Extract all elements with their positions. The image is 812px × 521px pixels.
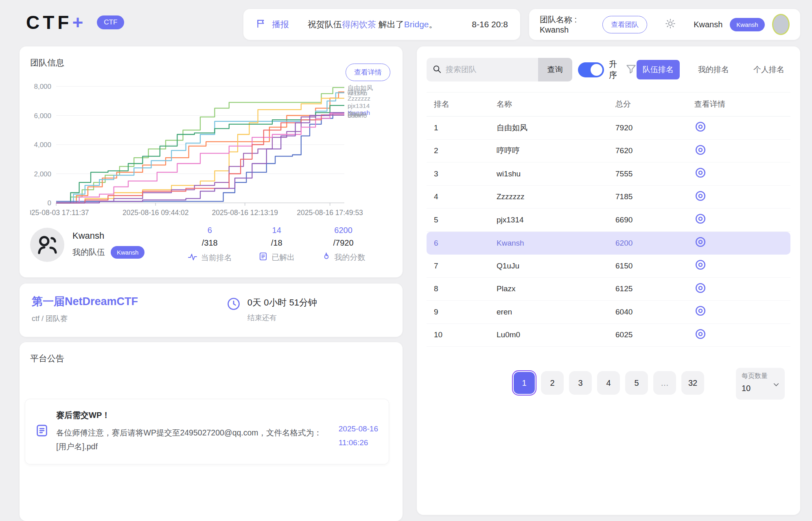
logo-text: CTF xyxy=(26,12,72,33)
team-info-card: 团队信息 查看详情 02,0004,0006,0008,0002025-08-0… xyxy=(20,46,403,277)
page-button-32[interactable]: 32 xyxy=(681,371,704,395)
eye-icon[interactable] xyxy=(694,167,707,179)
event-card: 第一届NetDreamCTF ctf / 团队赛 0天 0小时 51分钟 结束还… xyxy=(20,284,403,337)
tab-队伍排名[interactable]: 队伍排名 xyxy=(637,60,680,79)
cell-name: eren xyxy=(497,308,615,317)
cell-score: 7185 xyxy=(615,192,694,201)
pagination-row: 12345…32 每页数量 10 xyxy=(427,368,790,400)
eye-icon[interactable] xyxy=(694,328,707,340)
table-row[interactable]: 1自由如风7920 xyxy=(427,117,790,140)
page-button-5[interactable]: 5 xyxy=(625,371,648,395)
ranking-tabs: 队伍排名我的排名个人排名 xyxy=(637,60,790,79)
stat-label: 已解出 xyxy=(271,252,295,263)
x-tick-label: 2025-08-03 17:11:37 xyxy=(30,209,89,217)
column-view-detail: 查看详情 xyxy=(694,99,790,110)
toggle-knob xyxy=(591,64,602,76)
table-row[interactable]: 6Kwansh6200 xyxy=(427,232,790,255)
eye-icon[interactable] xyxy=(694,144,707,156)
page-button-2[interactable]: 2 xyxy=(541,371,564,395)
score-trend-chart: 02,0004,0006,0008,0002025-08-03 17:11:37… xyxy=(30,80,392,223)
avatar[interactable] xyxy=(772,14,790,35)
cell-rank: 7 xyxy=(427,262,497,270)
announcement-item[interactable]: 赛后需交WP！ 各位师傅注意，赛后请将WP提交至2495027200@qq.co… xyxy=(25,399,389,464)
announcement-item-body: 各位师傅注意，赛后请将WP提交至2495027200@qq.com，文件名格式为… xyxy=(56,426,325,453)
countdown-label: 结束还有 xyxy=(247,313,317,323)
eye-icon[interactable] xyxy=(694,305,707,317)
broadcast-team: 得闲饮茶 xyxy=(342,20,376,29)
team-names: Kwansh 我的队伍 Kwansh xyxy=(72,231,144,259)
page-button-3[interactable]: 3 xyxy=(569,371,592,395)
stat-score: 6200 /7920 我的分数 xyxy=(322,226,366,264)
user-team-badge: Kwansh xyxy=(730,18,764,31)
flag-icon xyxy=(256,18,266,31)
cell-score: 6150 xyxy=(615,262,694,270)
table-row[interactable]: 7Q1uJu6150 xyxy=(427,255,790,278)
column-score: 总分 xyxy=(615,99,694,110)
stat-value: 6 xyxy=(188,226,232,235)
stat-total: /7920 xyxy=(322,238,366,248)
cell-name: 哼哼哼 xyxy=(497,145,615,156)
cell-score: 7555 xyxy=(615,169,694,178)
broadcast-challenge: Bridge xyxy=(404,20,429,29)
table-row[interactable]: 2哼哼哼7620 xyxy=(427,140,790,163)
cell-rank: 9 xyxy=(427,308,497,317)
line-label-pjx1314: pjx1314 xyxy=(348,102,370,109)
filter-funnel-icon[interactable] xyxy=(626,64,637,76)
page-button-1[interactable]: 1 xyxy=(513,371,536,395)
view-detail-button[interactable]: 查看详情 xyxy=(346,64,390,81)
my-team-label: 我的队伍 xyxy=(72,247,105,258)
stat-total: /318 xyxy=(188,238,232,248)
pulse-icon xyxy=(188,252,197,264)
sort-order-toggle[interactable] xyxy=(578,62,604,77)
team-name-label: 团队名称 : Kwansh xyxy=(540,14,595,35)
eye-icon[interactable] xyxy=(694,259,707,271)
table-row[interactable]: 5pjx13146690 xyxy=(427,209,790,232)
tab-个人排名[interactable]: 个人排名 xyxy=(747,60,790,79)
column-name: 名称 xyxy=(497,99,615,110)
table-row[interactable]: 10Lu0m06025 xyxy=(427,324,790,347)
eye-icon[interactable] xyxy=(694,121,707,133)
event-countdown: 0天 0小时 51分钟 结束还有 xyxy=(226,297,317,323)
x-tick-label: 2025-08-16 12:13:19 xyxy=(212,209,278,217)
app-logo: CTF+ CTF xyxy=(26,11,124,33)
query-button[interactable]: 查询 xyxy=(538,58,572,81)
announcement-date-time: 11:06:26 xyxy=(339,436,378,450)
view-team-button[interactable]: 查看团队 xyxy=(602,16,647,33)
tab-我的排名[interactable]: 我的排名 xyxy=(692,60,735,79)
announcement-date: 2025-08-16 11:06:26 xyxy=(339,422,378,453)
announcement-date-day: 2025-08-16 xyxy=(339,422,378,436)
event-title[interactable]: 第一届NetDreamCTF xyxy=(32,294,390,309)
table-body: 1自由如风79202哼哼哼76203wi1shu75554Zzzzzzz7185… xyxy=(427,117,790,347)
cell-rank: 1 xyxy=(427,123,497,132)
ctf-badge: CTF xyxy=(97,15,124,29)
table-row[interactable]: 3wi1shu7555 xyxy=(427,163,790,186)
eye-icon[interactable] xyxy=(694,190,707,202)
table-header: 排名 名称 总分 查看详情 xyxy=(427,92,790,117)
user-bar: 团队名称 : Kwansh 查看团队 Kwansh Kwansh xyxy=(529,9,800,40)
eye-icon[interactable] xyxy=(694,236,707,248)
eye-icon[interactable] xyxy=(694,213,707,225)
theme-sun-icon[interactable] xyxy=(665,18,676,31)
page-button-4[interactable]: 4 xyxy=(597,371,620,395)
x-tick-label: 2025-08-16 17:49:53 xyxy=(297,209,363,217)
cell-rank: 2 xyxy=(427,146,497,155)
per-page-label: 每页数量 xyxy=(742,372,779,380)
stat-label: 我的分数 xyxy=(335,252,366,263)
team-info-title: 团队信息 xyxy=(30,57,392,68)
team-stats-row: Kwansh 我的队伍 Kwansh 6 /318 当前排名 14 /18 xyxy=(30,226,392,264)
eye-icon[interactable] xyxy=(694,282,707,294)
cell-name: Q1uJu xyxy=(497,262,615,270)
broadcast-message: 祝贺队伍得闲饮茶 解出了Bridge。 xyxy=(308,19,438,30)
ranking-table: 排名 名称 总分 查看详情 1自由如风79202哼哼哼76203wi1shu75… xyxy=(427,92,790,347)
cell-rank: 10 xyxy=(427,330,497,339)
search-input[interactable] xyxy=(446,65,527,74)
table-row[interactable]: 8Plazx6125 xyxy=(427,278,790,301)
per-page-select[interactable]: 每页数量 10 xyxy=(736,368,785,400)
chevron-down-icon xyxy=(773,381,780,390)
line-label-Zzzzzzz: Zzzzzzz xyxy=(348,95,370,102)
team-name: Kwansh xyxy=(72,231,144,241)
table-row[interactable]: 9eren6040 xyxy=(427,301,790,324)
page-ellipsis[interactable]: … xyxy=(653,371,676,395)
table-row[interactable]: 4Zzzzzzz7185 xyxy=(427,186,790,209)
column-rank: 排名 xyxy=(427,99,497,110)
